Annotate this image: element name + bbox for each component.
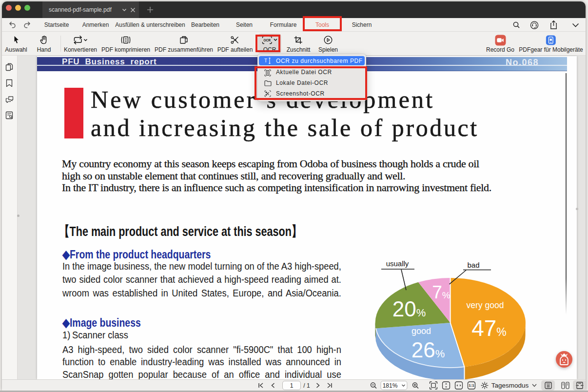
svg-text:usually: usually (386, 259, 409, 268)
svg-text:good: good (412, 326, 431, 336)
svg-text:T: T (264, 58, 267, 63)
svg-text:bad: bad (467, 261, 479, 269)
svg-text:1:1: 1:1 (469, 383, 474, 388)
svg-text:very good: very good (467, 300, 504, 310)
